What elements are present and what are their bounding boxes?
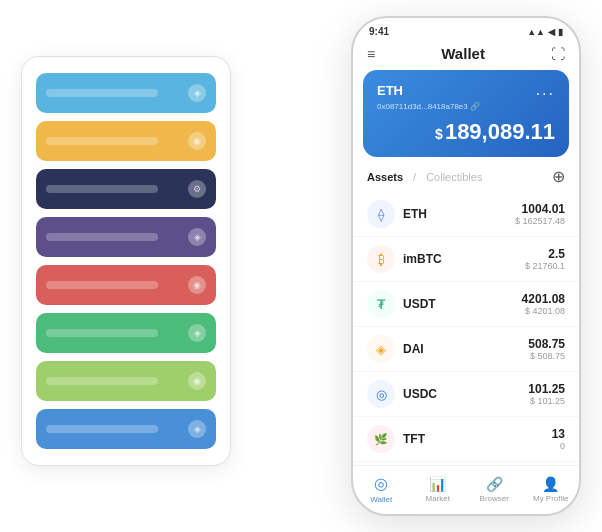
imbtc-icon: ₿ xyxy=(367,245,395,273)
battery-icon: ▮ xyxy=(558,27,563,37)
card-icon: ◉ xyxy=(188,372,206,390)
asset-values-eth: 1004.01 $ 162517.48 xyxy=(515,202,565,226)
tab-collectibles[interactable]: Collectibles xyxy=(426,171,482,183)
market-nav-icon: 📊 xyxy=(429,476,446,492)
asset-row-eth[interactable]: ⟠ ETH 1004.01 $ 162517.48 xyxy=(353,192,579,237)
asset-values-imbtc: 2.5 $ 21760.1 xyxy=(525,247,565,271)
bottom-nav: ◎ Wallet 📊 Market 🔗 Browser 👤 My Profile xyxy=(353,465,579,514)
usdt-icon: ₮ xyxy=(367,290,395,318)
dai-amount: 508.75 xyxy=(528,337,565,351)
eth-card[interactable]: ETH ... 0x08711d3d...8418a78e3 🔗 $189,08… xyxy=(363,70,569,157)
usdt-usd: $ 4201.08 xyxy=(522,306,565,316)
asset-values-tft: 13 0 xyxy=(552,427,565,451)
wifi-icon: ◀ xyxy=(548,27,555,37)
dai-icon: ◈ xyxy=(367,335,395,363)
nav-item-profile[interactable]: 👤 My Profile xyxy=(529,476,573,503)
asset-values-usdt: 4201.08 $ 4201.08 xyxy=(522,292,565,316)
asset-list: ⟠ ETH 1004.01 $ 162517.48 ₿ imBTC 2.5 $ … xyxy=(353,192,579,465)
nav-item-browser[interactable]: 🔗 Browser xyxy=(472,476,516,503)
asset-name-dai: DAI xyxy=(403,342,528,356)
phone-frame: 9:41 ▲▲ ◀ ▮ ≡ Wallet ⛶ ETH ... 0x08711d3… xyxy=(351,16,581,516)
list-item[interactable]: ◈ xyxy=(36,313,216,353)
eth-balance: $189,089.11 xyxy=(377,119,555,145)
list-item[interactable]: ◉ xyxy=(36,265,216,305)
status-time: 9:41 xyxy=(369,26,389,37)
menu-icon[interactable]: ≡ xyxy=(367,46,375,62)
eth-icon: ⟠ xyxy=(367,200,395,228)
eth-card-top: ETH ... xyxy=(377,82,555,98)
nav-item-market[interactable]: 📊 Market xyxy=(416,476,460,503)
eth-amount: 1004.01 xyxy=(515,202,565,216)
list-item[interactable]: ◈ xyxy=(36,217,216,257)
list-item[interactable]: ◉ xyxy=(36,361,216,401)
nav-item-wallet[interactable]: ◎ Wallet xyxy=(359,474,403,504)
phone-header: ≡ Wallet ⛶ xyxy=(353,41,579,70)
add-asset-button[interactable]: ⊕ xyxy=(552,167,565,186)
status-bar: 9:41 ▲▲ ◀ ▮ xyxy=(353,18,579,41)
list-item[interactable]: ⚙ xyxy=(36,169,216,209)
list-item[interactable]: ◉ xyxy=(36,121,216,161)
usdc-icon: ◎ xyxy=(367,380,395,408)
asset-name-usdc: USDC xyxy=(403,387,528,401)
card-stack: ◈ ◉ ⚙ ◈ ◉ ◈ ◉ ◈ xyxy=(21,56,231,466)
eth-card-menu[interactable]: ... xyxy=(536,82,555,98)
dai-usd: $ 508.75 xyxy=(528,351,565,361)
asset-row-tft[interactable]: 🌿 TFT 13 0 xyxy=(353,417,579,462)
card-icon: ◉ xyxy=(188,276,206,294)
asset-name-eth: ETH xyxy=(403,207,515,221)
page-title: Wallet xyxy=(441,45,485,62)
card-icon: ◈ xyxy=(188,324,206,342)
assets-header: Assets / Collectibles ⊕ xyxy=(353,167,579,192)
card-icon: ◉ xyxy=(188,132,206,150)
imbtc-amount: 2.5 xyxy=(525,247,565,261)
tab-assets[interactable]: Assets xyxy=(367,171,403,183)
card-icon: ◈ xyxy=(188,228,206,246)
asset-name-tft: TFT xyxy=(403,432,552,446)
asset-row-dai[interactable]: ◈ DAI 508.75 $ 508.75 xyxy=(353,327,579,372)
usdc-amount: 101.25 xyxy=(528,382,565,396)
status-icons: ▲▲ ◀ ▮ xyxy=(527,27,563,37)
tab-separator: / xyxy=(413,171,416,183)
wallet-nav-label: Wallet xyxy=(370,495,392,504)
signal-icon: ▲▲ xyxy=(527,27,545,37)
browser-nav-label: Browser xyxy=(480,494,509,503)
card-icon: ⚙ xyxy=(188,180,206,198)
wallet-nav-icon: ◎ xyxy=(374,474,388,493)
asset-values-dai: 508.75 $ 508.75 xyxy=(528,337,565,361)
tft-amount: 13 xyxy=(552,427,565,441)
eth-usd: $ 162517.48 xyxy=(515,216,565,226)
card-icon: ◈ xyxy=(188,420,206,438)
profile-nav-label: My Profile xyxy=(533,494,569,503)
list-item[interactable]: ◈ xyxy=(36,73,216,113)
scene: ◈ ◉ ⚙ ◈ ◉ ◈ ◉ ◈ xyxy=(21,16,581,516)
asset-row-usdc[interactable]: ◎ USDC 101.25 $ 101.25 xyxy=(353,372,579,417)
assets-tabs: Assets / Collectibles xyxy=(367,171,482,183)
tft-icon: 🌿 xyxy=(367,425,395,453)
list-item[interactable]: ◈ xyxy=(36,409,216,449)
asset-row-imbtc[interactable]: ₿ imBTC 2.5 $ 21760.1 xyxy=(353,237,579,282)
asset-row-usdt[interactable]: ₮ USDT 4201.08 $ 4201.08 xyxy=(353,282,579,327)
imbtc-usd: $ 21760.1 xyxy=(525,261,565,271)
usdt-amount: 4201.08 xyxy=(522,292,565,306)
currency-symbol: $ xyxy=(435,126,443,142)
usdc-usd: $ 101.25 xyxy=(528,396,565,406)
eth-address: 0x08711d3d...8418a78e3 🔗 xyxy=(377,102,555,111)
eth-card-label: ETH xyxy=(377,83,403,98)
browser-nav-icon: 🔗 xyxy=(486,476,503,492)
asset-values-usdc: 101.25 $ 101.25 xyxy=(528,382,565,406)
asset-name-usdt: USDT xyxy=(403,297,522,311)
market-nav-label: Market xyxy=(426,494,450,503)
card-icon: ◈ xyxy=(188,84,206,102)
expand-icon[interactable]: ⛶ xyxy=(551,46,565,62)
tft-usd: 0 xyxy=(552,441,565,451)
asset-name-imbtc: imBTC xyxy=(403,252,525,266)
profile-nav-icon: 👤 xyxy=(542,476,559,492)
